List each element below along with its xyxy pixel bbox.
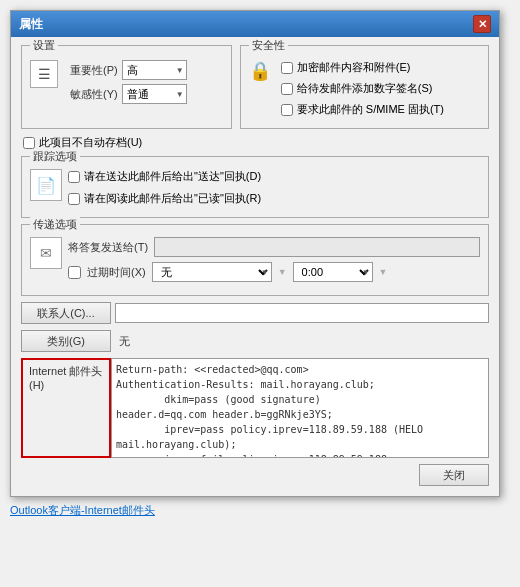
internet-header-content[interactable]: Return-path: <<redacted>@qq.com> Authent… bbox=[111, 358, 489, 458]
delivery-section: 传递选项 ✉ 将答复发送给(T) 过期时间(X) 无 1天 bbox=[21, 224, 489, 296]
sign-label: 给待发邮件添加数字签名(S) bbox=[297, 81, 433, 96]
delivery-receipt-label: 请在送达此邮件后给出"送达"回执(D) bbox=[84, 169, 261, 184]
delivery-fields: 将答复发送给(T) 过期时间(X) 无 1天 2天 1周 bbox=[68, 237, 480, 287]
time-select[interactable]: 0:00 1:00 2:00 bbox=[293, 262, 373, 282]
title-bar: 属性 ✕ bbox=[11, 11, 499, 37]
autosave-label: 此项目不自动存档(U) bbox=[39, 135, 142, 150]
read-receipt-label: 请在阅读此邮件后给出"已读"回执(R) bbox=[84, 191, 261, 206]
sensitivity-select-wrapper: 普通 个人 私人 机密 bbox=[122, 84, 187, 104]
delivery-section-label: 传递选项 bbox=[30, 217, 80, 232]
settings-section: 设置 ☰ 重要性(P) 高 普通 低 bbox=[21, 45, 232, 129]
settings-icon: ☰ bbox=[30, 60, 58, 88]
reply-to-input[interactable] bbox=[154, 237, 480, 257]
security-section: 安全性 🔒 加密邮件内容和附件(E) 给待发邮件添加数字签名(S) bbox=[240, 45, 489, 129]
importance-row: 重要性(P) 高 普通 低 bbox=[70, 60, 187, 80]
sensitivity-row: 敏感性(Y) 普通 个人 私人 机密 bbox=[70, 84, 187, 104]
autosave-row: 此项目不自动存档(U) bbox=[23, 135, 489, 150]
expiry-select-wrapper: 无 1天 2天 1周 bbox=[152, 262, 272, 282]
close-title-bar-button[interactable]: ✕ bbox=[473, 15, 491, 33]
encrypt-label: 加密邮件内容和附件(E) bbox=[297, 60, 411, 75]
sign-checkbox[interactable] bbox=[281, 83, 293, 95]
close-dialog-button[interactable]: 关闭 bbox=[419, 464, 489, 486]
delivery-section-content: ✉ 将答复发送给(T) 过期时间(X) 无 1天 2天 bbox=[30, 237, 480, 287]
read-receipt-checkbox[interactable] bbox=[68, 193, 80, 205]
dialog-content: 设置 ☰ 重要性(P) 高 普通 低 bbox=[11, 37, 499, 496]
time-select-wrapper: 0:00 1:00 2:00 bbox=[293, 262, 373, 282]
smime-checkbox[interactable] bbox=[281, 104, 293, 116]
security-label: 安全性 bbox=[249, 38, 288, 53]
lock-icon: 🔒 bbox=[249, 60, 271, 82]
delivery-icon: ✉ bbox=[30, 237, 62, 269]
reply-to-label: 将答复发送给(T) bbox=[68, 240, 148, 255]
tracking-content: 📄 请在送达此邮件后给出"送达"回执(D) 请在阅读此邮件后给出"已读"回执(R… bbox=[30, 169, 480, 209]
tracking-section: 跟踪选项 📄 请在送达此邮件后给出"送达"回执(D) 请在阅读此邮件后给出"已读… bbox=[21, 156, 489, 218]
importance-label: 重要性(P) bbox=[70, 63, 118, 78]
encrypt-row: 加密邮件内容和附件(E) bbox=[281, 60, 444, 75]
expiry-dropdown-arrow: ▼ bbox=[278, 267, 287, 277]
time-dropdown-arrow: ▼ bbox=[379, 267, 388, 277]
expiry-select[interactable]: 无 1天 2天 1周 bbox=[152, 262, 272, 282]
category-value: 无 bbox=[119, 334, 130, 349]
contacts-input[interactable] bbox=[115, 303, 489, 323]
dialog-title: 属性 bbox=[19, 16, 43, 33]
sign-row: 给待发邮件添加数字签名(S) bbox=[281, 81, 444, 96]
autosave-checkbox[interactable] bbox=[23, 137, 35, 149]
tracking-checks: 请在送达此邮件后给出"送达"回执(D) 请在阅读此邮件后给出"已读"回执(R) bbox=[68, 169, 261, 209]
tracking-icon: 📄 bbox=[30, 169, 62, 201]
category-button[interactable]: 类别(G) bbox=[21, 330, 111, 352]
encrypt-checkbox[interactable] bbox=[281, 62, 293, 74]
delivery-receipt-row: 请在送达此邮件后给出"送达"回执(D) bbox=[68, 169, 261, 184]
internet-header-label: Internet 邮件头(H) bbox=[21, 358, 111, 458]
smime-label: 要求此邮件的 S/MIME 固执(T) bbox=[297, 102, 444, 117]
delivery-receipt-checkbox[interactable] bbox=[68, 171, 80, 183]
contacts-category-row: 联系人(C)... bbox=[21, 302, 489, 324]
importance-select-wrapper: 高 普通 低 bbox=[122, 60, 187, 80]
contacts-button[interactable]: 联系人(C)... bbox=[21, 302, 111, 324]
security-checkboxes: 加密邮件内容和附件(E) 给待发邮件添加数字签名(S) 要求此邮件的 S/MIM… bbox=[281, 60, 444, 120]
read-receipt-row: 请在阅读此邮件后给出"已读"回执(R) bbox=[68, 191, 261, 206]
expiry-row: 过期时间(X) 无 1天 2天 1周 ▼ 0:0 bbox=[68, 262, 480, 282]
category-row: 类别(G) 无 bbox=[21, 330, 489, 352]
expiry-label: 过期时间(X) bbox=[87, 265, 146, 280]
properties-dialog: 属性 ✕ 设置 ☰ 重要性(P) 高 普通 bbox=[10, 10, 500, 497]
close-button-row: 关闭 bbox=[21, 464, 489, 486]
sensitivity-label: 敏感性(Y) bbox=[70, 87, 118, 102]
tracking-label: 跟踪选项 bbox=[30, 149, 80, 164]
expiry-checkbox[interactable] bbox=[68, 266, 81, 279]
internet-header-text: Return-path: <<redacted>@qq.com> Authent… bbox=[116, 362, 484, 458]
settings-fields: 重要性(P) 高 普通 低 敏感性(Y) bbox=[70, 60, 187, 108]
internet-header-section: Internet 邮件头(H) Return-path: <<redacted>… bbox=[21, 358, 489, 458]
smime-row: 要求此邮件的 S/MIME 固执(T) bbox=[281, 102, 444, 117]
settings-label: 设置 bbox=[30, 38, 58, 53]
importance-select[interactable]: 高 普通 低 bbox=[122, 60, 187, 80]
top-sections-row: 设置 ☰ 重要性(P) 高 普通 低 bbox=[21, 45, 489, 129]
sensitivity-select[interactable]: 普通 个人 私人 机密 bbox=[122, 84, 187, 104]
footnote-link[interactable]: Outlook客户端-Internet邮件头 bbox=[10, 503, 155, 518]
reply-to-row: 将答复发送给(T) bbox=[68, 237, 480, 257]
